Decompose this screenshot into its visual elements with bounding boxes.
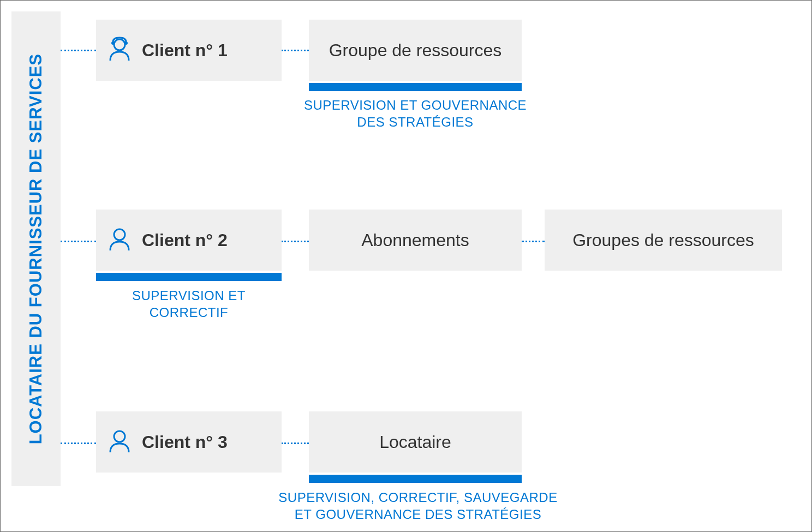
row3-caption-line2: ET GOUVERNANCE DES STRATÉGIES — [295, 507, 541, 522]
tenant-box: LOCATAIRE DU FOURNISSEUR DE SERVICES — [11, 11, 61, 486]
connector-client3-node1 — [282, 443, 309, 444]
client3-label: Client n° 3 — [142, 432, 228, 452]
row1-node1-box: Groupe de ressources — [309, 20, 522, 81]
row1-caption-line1: SUPERVISION ET GOUVERNANCE — [304, 98, 527, 112]
client2-box: Client n° 2 — [96, 210, 282, 271]
row3-caption-line1: SUPERVISION, CORRECTIF, SAUVEGARDE — [278, 490, 557, 505]
user-icon — [107, 428, 132, 456]
row2-node1-box: Abonnements — [309, 210, 522, 271]
svg-point-0 — [114, 39, 125, 50]
diagram-frame: LOCATAIRE DU FOURNISSEUR DE SERVICES Cli… — [0, 0, 812, 532]
row3-node1-label: Locataire — [379, 432, 451, 452]
tenant-label: LOCATAIRE DU FOURNISSEUR DE SERVICES — [26, 53, 46, 444]
row2-node2-box: Groupes de ressources — [545, 210, 782, 271]
user-headset-icon — [107, 37, 132, 64]
client1-label: Client n° 1 — [142, 40, 228, 61]
row3-node1-box: Locataire — [309, 411, 522, 473]
connector-tenant-client1 — [61, 50, 96, 51]
svg-point-2 — [124, 41, 128, 45]
row1-bluebar — [309, 83, 522, 91]
client2-label: Client n° 2 — [142, 230, 228, 250]
row3-bluebar — [309, 475, 522, 483]
svg-point-1 — [111, 41, 115, 45]
connector-tenant-client2 — [61, 241, 96, 242]
connector-client1-node1 — [282, 50, 309, 51]
client1-box: Client n° 1 — [96, 20, 282, 81]
connector-client2-node1 — [282, 241, 309, 242]
row3-caption: SUPERVISION, CORRECTIF, SAUVEGARDE ET GO… — [276, 489, 560, 523]
row2-node1-label: Abonnements — [361, 230, 469, 250]
row1-caption-line2: DES STRATÉGIES — [357, 115, 473, 129]
svg-point-4 — [114, 431, 125, 442]
svg-point-3 — [114, 229, 125, 240]
client3-box: Client n° 3 — [96, 411, 282, 473]
row1-node1-label: Groupe de ressources — [329, 40, 502, 61]
row2-bluebar — [96, 273, 282, 281]
row1-caption: SUPERVISION ET GOUVERNANCE DES STRATÉGIE… — [290, 97, 541, 130]
row2-caption: SUPERVISION ET CORRECTIF — [96, 287, 282, 321]
row2-node2-label: Groupes de ressources — [572, 230, 754, 250]
connector-tenant-client3 — [61, 443, 96, 444]
row2-caption-text: SUPERVISION ET CORRECTIF — [132, 288, 246, 320]
connector-row2-node1-node2 — [522, 241, 545, 242]
user-outline-icon — [107, 226, 132, 254]
